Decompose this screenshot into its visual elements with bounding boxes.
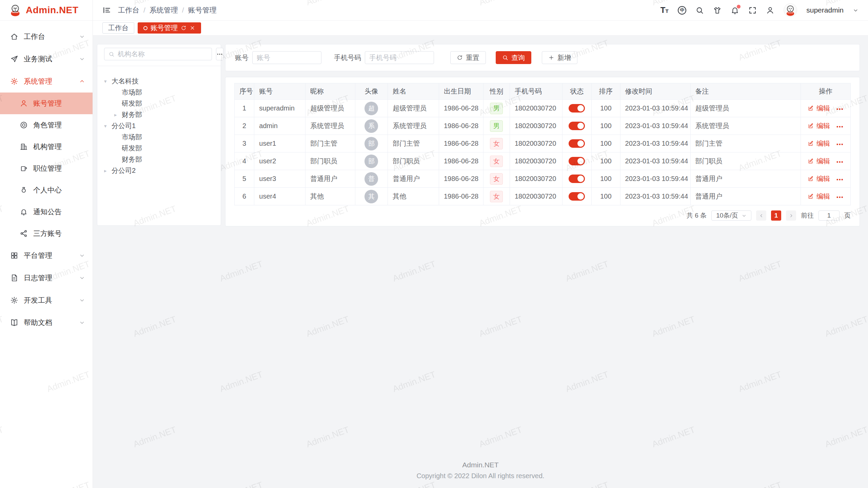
share-icon	[20, 229, 28, 238]
chevron-down-icon	[79, 252, 85, 259]
next-page-button[interactable]	[786, 210, 796, 221]
tree-node[interactable]: 市场部	[104, 131, 214, 143]
sidebar-subitem[interactable]: 个人中心	[0, 179, 93, 201]
column-header: 操作	[801, 83, 851, 100]
row-more-button[interactable]: ⋯	[836, 105, 844, 113]
phone-input[interactable]	[369, 54, 430, 62]
username[interactable]: superadmin	[806, 6, 844, 14]
phone-field-box	[365, 51, 434, 64]
tree-node[interactable]: 市场部	[104, 87, 214, 98]
notification-bell-icon[interactable]	[731, 6, 739, 15]
add-button[interactable]: 新增	[542, 51, 577, 64]
status-toggle[interactable]	[569, 104, 585, 113]
page-number-button[interactable]: 1	[771, 210, 781, 221]
filter-bar: 账号 手机号码 重置 查询 新增	[225, 44, 860, 71]
avatar[interactable]	[784, 3, 797, 17]
sidebar-item[interactable]: 工作台	[0, 25, 93, 48]
sidebar-item[interactable]: 系统管理	[0, 70, 93, 93]
sidebar-subitem[interactable]: 账号管理	[0, 93, 93, 114]
app-logo[interactable]: Admin.NET	[0, 0, 93, 21]
avatar: 其	[364, 190, 378, 203]
row-more-button[interactable]: ⋯	[836, 123, 844, 130]
gender-badge: 男	[490, 103, 503, 114]
tree-right-arrow-icon[interactable]: ▸	[104, 168, 112, 174]
status-toggle[interactable]	[569, 122, 585, 130]
tree-node[interactable]: 财务部	[104, 154, 214, 165]
tree-node[interactable]: ▸财务部	[104, 109, 214, 120]
profile-icon	[20, 186, 28, 194]
tree-node[interactable]: ▸分公司2	[104, 165, 214, 176]
user-icon[interactable]	[766, 6, 774, 15]
tree-down-arrow-icon[interactable]: ▾	[104, 123, 112, 129]
column-header: 头像	[355, 83, 388, 100]
status-toggle[interactable]	[569, 175, 585, 183]
tab-active[interactable]: 账号管理	[138, 22, 201, 34]
sidebar-item[interactable]: 业务测试	[0, 48, 93, 70]
sidebar-subitem[interactable]: 角色管理	[0, 114, 93, 136]
breadcrumb-item[interactable]: 工作台	[118, 5, 139, 15]
tab-refresh-icon[interactable]	[181, 25, 186, 31]
goto-page-input[interactable]	[818, 210, 840, 221]
tree-node[interactable]: ▾大名科技	[104, 76, 214, 87]
org-search-box	[104, 48, 212, 60]
reset-button[interactable]: 重置	[450, 51, 486, 64]
chevron-down-icon[interactable]	[853, 7, 859, 13]
users-table-card: 序号账号昵称头像姓名出生日期性别手机号码状态排序修改时间备注操作 1supera…	[225, 77, 860, 226]
edit-button[interactable]: 编辑	[808, 174, 830, 183]
sidebar-subitem[interactable]: 通知公告	[0, 201, 93, 223]
org-more-button[interactable]	[216, 48, 223, 60]
sidebar-subitem[interactable]: 机构管理	[0, 136, 93, 158]
breadcrumb-item[interactable]: 系统管理	[150, 5, 178, 15]
fullscreen-icon[interactable]	[748, 6, 757, 15]
account-input[interactable]	[257, 54, 317, 62]
edit-button[interactable]: 编辑	[808, 157, 830, 166]
edit-button[interactable]: 编辑	[808, 139, 830, 148]
sidebar-item[interactable]: 帮助文档	[0, 311, 93, 334]
search-icon[interactable]	[695, 6, 704, 15]
tab-item[interactable]: 工作台	[102, 22, 134, 34]
theme-icon[interactable]	[713, 6, 722, 15]
org-search-input[interactable]	[118, 50, 208, 58]
edit-button[interactable]: 编辑	[808, 121, 830, 130]
sidebar-subitem[interactable]: 三方账号	[0, 223, 93, 244]
tree-node[interactable]: 研发部	[104, 143, 214, 154]
edit-button[interactable]: 编辑	[808, 104, 830, 113]
avatar: 系	[364, 119, 378, 133]
row-more-button[interactable]: ⋯	[836, 158, 844, 166]
language-icon[interactable]: 中	[678, 6, 686, 15]
status-toggle[interactable]	[569, 157, 585, 165]
tree-down-arrow-icon[interactable]: ▾	[104, 78, 112, 84]
gender-badge: 女	[490, 173, 503, 185]
navbar-actions: TT 中 superadmin	[660, 3, 859, 17]
more-dots-icon	[216, 51, 223, 58]
avatar: 部	[364, 155, 378, 168]
edit-button[interactable]: 编辑	[808, 192, 830, 201]
tab-close-icon[interactable]	[190, 25, 195, 31]
status-toggle[interactable]	[569, 139, 585, 148]
row-more-button[interactable]: ⋯	[836, 193, 844, 201]
query-button[interactable]: 查询	[496, 51, 531, 64]
org-tree-panel: ▾大名科技市场部研发部▸财务部▾分公司1市场部研发部财务部▸分公司2	[97, 44, 221, 226]
chevron-down-icon	[742, 213, 747, 218]
breadcrumb-item[interactable]: 账号管理	[188, 5, 217, 15]
sidebar-item[interactable]: 平台管理	[0, 244, 93, 267]
font-size-icon[interactable]: TT	[660, 6, 669, 15]
tree-right-arrow-icon[interactable]: ▸	[114, 112, 122, 118]
prev-page-button[interactable]	[756, 210, 766, 221]
org-tree: ▾大名科技市场部研发部▸财务部▾分公司1市场部研发部财务部▸分公司2	[104, 66, 214, 176]
column-header: 备注	[690, 83, 801, 100]
tree-node[interactable]: ▾分公司1	[104, 120, 214, 131]
collapse-menu-icon[interactable]	[102, 6, 111, 15]
tree-node[interactable]: 研发部	[104, 98, 214, 109]
sidebar-subitem[interactable]: 职位管理	[0, 158, 93, 179]
sidebar-item[interactable]: 日志管理	[0, 267, 93, 289]
page-size-select[interactable]: 10条/页	[711, 210, 751, 221]
grid-icon	[10, 251, 18, 260]
sidebar-item[interactable]: 开发工具	[0, 289, 93, 311]
table-row: 5user3普通用户普普通用户1986-06-28女18020030720100…	[235, 170, 851, 188]
row-more-button[interactable]: ⋯	[836, 176, 844, 183]
status-toggle[interactable]	[569, 192, 585, 201]
mascot-logo-icon	[8, 3, 22, 17]
row-more-button[interactable]: ⋯	[836, 140, 844, 148]
footer-title: Admin.NET	[93, 461, 868, 469]
